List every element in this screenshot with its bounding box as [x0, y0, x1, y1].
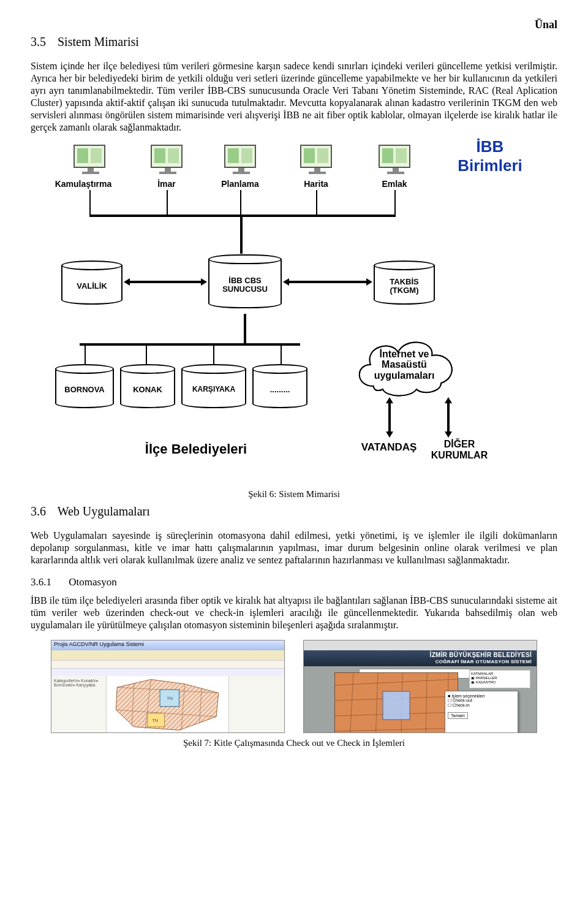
db-bornova: BORNOVA — [55, 364, 114, 413]
screenshot1-map: TN TN — [107, 676, 229, 732]
ilce-belediyeleri-label: İlçe Belediyeleri — [129, 441, 263, 457]
section-3-5-paragraph: Sistem içinde her ilçe belediyesi tüm ve… — [31, 60, 557, 134]
arrow-valilik-center — [124, 278, 207, 286]
screenshot1-titlebar: Projis AGCDV/NR Uygulama Sistemi — [51, 641, 284, 650]
screenshot1-toolbar — [51, 650, 284, 661]
section-3-6-1-title: Otomasyon — [69, 576, 116, 588]
svg-text:TN: TN — [152, 718, 158, 723]
monitor-emlak — [379, 145, 413, 179]
screenshot2-titlebar — [304, 641, 537, 650]
monitor-label-planlama: Planlama — [209, 179, 271, 189]
page-header-author: Ünal — [31, 18, 557, 31]
db-ibb-cbs-sunucusu: İBB CBSSUNUCUSU — [208, 254, 282, 313]
section-3-5-heading: 3.5 Sistem Mimarisi — [31, 35, 557, 49]
section-3-6-1-heading: 3.6.1 Otomasyon — [31, 576, 557, 588]
screenshot-checkout-web: İZMİR BÜYÜKŞEHİR BELEDİYESİ COĞRAFİ İMAR… — [303, 640, 537, 733]
arrow-cloud-diger — [445, 397, 452, 438]
monitor-planlama — [224, 145, 258, 179]
figure-6-caption: Şekil 6: Sistem Mimarisi — [31, 489, 557, 500]
monitor-imar — [151, 145, 185, 179]
monitor-label-emlak: Emlak — [364, 179, 425, 189]
monitor-label-imar: İmar — [136, 179, 197, 189]
arrow-cloud-vatandas — [386, 397, 393, 438]
figure-6-diagram: İBB Birimleri Kamulaştırma İmar Planlama… — [55, 141, 533, 484]
section-3-6-1-number: 3.6.1 — [31, 576, 51, 588]
screenshot-checkout-desktop: Projis AGCDV/NR Uygulama Sistemi Kategor… — [51, 640, 285, 733]
section-3-6-paragraph: Web Uygulamaları sayesinde iş süreçlerin… — [31, 530, 557, 566]
monitor-kamulastirma — [74, 145, 108, 179]
arrow-center-takbis — [283, 278, 372, 286]
figure-7-caption: Şekil 7: Kitle Çalışmasında Check out ve… — [31, 738, 557, 748]
screenshot1-toolbar2 — [51, 661, 284, 669]
vatandas-label: VATANDAŞ — [355, 441, 423, 454]
screenshot1-rightpanel — [228, 676, 284, 732]
ibb-birimleri-title: İBB Birimleri — [447, 137, 533, 175]
db-konak: KONAK — [120, 364, 175, 413]
cloud-internet-masaustu: İnternet ve Masaüstü uygulamaları — [349, 331, 459, 398]
db-more: ......... — [252, 364, 307, 413]
section-3-6-number: 3.6 — [31, 504, 46, 518]
section-3-5-title: Sistem Mimarisi — [58, 35, 139, 48]
screenshot2-map — [334, 672, 458, 733]
section-3-6-title: Web Uygulamaları — [58, 504, 150, 518]
screenshot2-dialog: ■ İşlem seçenekleri☐ Check-out☐ Check-in… — [445, 691, 518, 733]
section-3-6-1-paragraph: İBB ile tüm ilçe belediyeleri arasında f… — [31, 595, 557, 631]
db-valilik: VALİLİK — [61, 260, 123, 310]
section-3-6-heading: 3.6 Web Uygulamaları — [31, 504, 557, 519]
monitor-label-harita: Harita — [285, 179, 347, 189]
svg-text:TN: TN — [167, 696, 173, 701]
diger-kurumlar-label: DİĞERKURUMLAR — [423, 439, 496, 461]
section-3-5-number: 3.5 — [31, 35, 46, 48]
figure-7-row: Projis AGCDV/NR Uygulama Sistemi Kategor… — [31, 640, 557, 733]
monitor-label-kamulastirma: Kamulaştırma — [53, 179, 114, 189]
db-karsiyaka: KARŞIYAKA — [181, 364, 246, 413]
screenshot2-legend: KATMANLAR▣ PARSELLER▣ KADASTRO — [469, 670, 530, 688]
monitor-harita — [300, 145, 334, 179]
screenshot2-banner: İZMİR BÜYÜKŞEHİR BELEDİYESİ COĞRAFİ İMAR… — [304, 650, 537, 666]
screenshot1-sidebar: Kategoriler\n• Konak\n• Bornova\n• Karşı… — [51, 676, 107, 732]
svg-rect-7 — [383, 691, 410, 720]
db-takbis: TAKBİS(TKGM) — [374, 260, 435, 310]
